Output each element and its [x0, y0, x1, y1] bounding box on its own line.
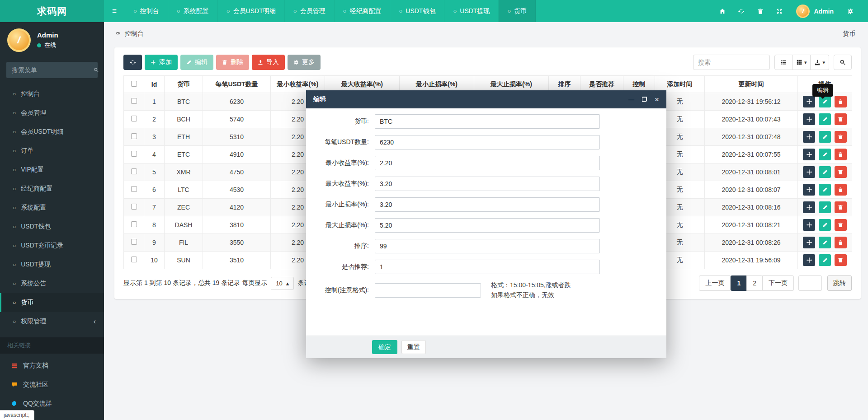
settings-gears-icon[interactable] [841, 7, 860, 15]
page-button-1[interactable]: 1 [731, 275, 747, 291]
field-input[interactable] [375, 239, 600, 253]
row-checkbox[interactable] [131, 98, 137, 104]
row-edit-button[interactable] [819, 113, 831, 125]
row-edit-button[interactable] [819, 184, 831, 196]
row-checkbox[interactable] [131, 239, 137, 245]
sidebar-item-系统公告[interactable]: ○系统公告 [0, 274, 104, 293]
search-button[interactable] [834, 55, 852, 70]
delete-button[interactable]: 删除 [216, 55, 249, 70]
row-checkbox[interactable] [131, 151, 137, 157]
tab-控制台[interactable]: ○控制台 [125, 0, 168, 22]
row-move-button[interactable] [803, 149, 815, 160]
jump-page-input[interactable] [798, 275, 822, 291]
row-delete-button[interactable] [835, 113, 847, 125]
search-icon[interactable] [94, 66, 99, 74]
sidebar-item-USDT充币记录[interactable]: ○USDT充币记录 [0, 236, 104, 255]
field-input[interactable] [375, 218, 600, 233]
sidebar-item-会员USDT明细[interactable]: ○会员USDT明细 [0, 122, 104, 141]
tab-会员USDT明细[interactable]: ○会员USDT明细 [218, 0, 285, 22]
tab-货币[interactable]: ○货币 [499, 0, 536, 22]
field-input[interactable] [375, 114, 600, 129]
more-button[interactable]: 更多 [288, 55, 321, 70]
export-button[interactable]: ▾ [811, 55, 829, 70]
tab-经纪商配置[interactable]: ○经纪商配置 [335, 0, 391, 22]
row-delete-button[interactable] [835, 201, 847, 213]
tab-系统配置[interactable]: ○系统配置 [168, 0, 218, 22]
detail-view-button[interactable] [774, 55, 793, 70]
confirm-button[interactable]: 确定 [372, 340, 397, 354]
row-edit-button[interactable] [819, 219, 831, 231]
select-all-header[interactable] [124, 76, 144, 93]
tab-会员管理[interactable]: ○会员管理 [285, 0, 335, 22]
row-edit-button[interactable] [819, 237, 831, 248]
field-input[interactable] [375, 197, 600, 212]
sidebar-item-货币[interactable]: ○货币 [0, 293, 104, 312]
sidebar-item-VIP配置[interactable]: ○VIP配置 [0, 160, 104, 179]
sidebar-item-权限管理[interactable]: ○权限管理‹ [0, 312, 104, 331]
sidebar-item-系统配置[interactable]: ○系统配置 [0, 198, 104, 217]
column-header-每笔USDT数量[interactable]: 每笔USDT数量 [203, 76, 271, 93]
row-delete-button[interactable] [835, 131, 847, 143]
field-input[interactable] [375, 260, 600, 274]
row-checkbox[interactable] [131, 168, 137, 174]
row-checkbox[interactable] [131, 133, 137, 139]
row-delete-button[interactable] [835, 96, 847, 107]
fullscreen-icon[interactable] [770, 7, 789, 15]
sidebar-item-经纪商配置[interactable]: ○经纪商配置 [0, 179, 104, 198]
row-edit-button[interactable] [819, 254, 831, 266]
select-all-checkbox[interactable] [131, 81, 137, 87]
minimize-icon[interactable]: — [628, 97, 634, 103]
control-format-input[interactable] [375, 283, 481, 298]
add-button[interactable]: 添加 [145, 55, 178, 70]
sidebar-link-官方文档[interactable]: 官方文档 [0, 356, 104, 375]
trash-icon[interactable] [751, 7, 770, 15]
sidebar-item-订单[interactable]: ○订单 [0, 141, 104, 160]
row-delete-button[interactable] [835, 166, 847, 178]
sidebar-toggle-icon[interactable]: ≡ [104, 0, 125, 22]
row-delete-button[interactable] [835, 237, 847, 248]
row-move-button[interactable] [803, 201, 815, 213]
row-edit-button[interactable] [819, 166, 831, 178]
row-checkbox[interactable] [131, 204, 137, 210]
row-move-button[interactable] [803, 184, 815, 196]
column-header-货币[interactable]: 货币 [165, 76, 203, 93]
tab-USDT提现[interactable]: ○USDT提现 [444, 0, 499, 22]
refresh-button[interactable] [123, 55, 142, 70]
jump-button[interactable]: 跳转 [827, 275, 852, 291]
column-header-更新时间[interactable]: 更新时间 [705, 76, 798, 93]
prev-page-button[interactable]: 上一页 [699, 275, 731, 291]
row-move-button[interactable] [803, 219, 815, 231]
row-move-button[interactable] [803, 96, 815, 107]
field-input[interactable] [375, 135, 600, 149]
sidebar-link-交流社区[interactable]: 交流社区 [0, 375, 104, 394]
refresh-icon[interactable] [732, 7, 751, 15]
row-checkbox[interactable] [131, 116, 137, 121]
sidebar-item-控制台[interactable]: ○控制台 [0, 84, 104, 103]
import-button[interactable]: 导入 [252, 55, 285, 70]
row-move-button[interactable] [803, 237, 815, 248]
row-edit-button[interactable] [819, 201, 831, 213]
sidebar-item-USDT提现[interactable]: ○USDT提现 [0, 255, 104, 274]
row-edit-button[interactable] [819, 131, 831, 143]
sidebar-item-USDT钱包[interactable]: ○USDT钱包 [0, 217, 104, 236]
page-button-2[interactable]: 2 [746, 275, 763, 291]
row-checkbox[interactable] [131, 257, 137, 262]
edit-button[interactable]: 编辑 [180, 55, 213, 70]
sidebar-search-input[interactable] [12, 66, 94, 74]
brand-logo[interactable]: 求码网 [0, 0, 104, 22]
row-move-button[interactable] [803, 131, 815, 143]
row-checkbox[interactable] [131, 186, 137, 192]
home-icon[interactable] [713, 7, 732, 15]
row-move-button[interactable] [803, 113, 815, 125]
dialog-header[interactable]: 编辑 — × [306, 90, 666, 108]
sidebar-item-会员管理[interactable]: ○会员管理 [0, 103, 104, 122]
column-header-Id[interactable]: Id [144, 76, 165, 93]
field-input[interactable] [375, 177, 600, 191]
field-input[interactable] [375, 156, 600, 170]
row-checkbox[interactable] [131, 221, 137, 227]
table-search-input[interactable] [693, 55, 770, 70]
row-move-button[interactable] [803, 166, 815, 178]
page-size-select[interactable]: 10▴ [271, 277, 294, 290]
tab-USDT钱包[interactable]: ○USDT钱包 [390, 0, 444, 22]
row-edit-button[interactable] [819, 149, 831, 160]
